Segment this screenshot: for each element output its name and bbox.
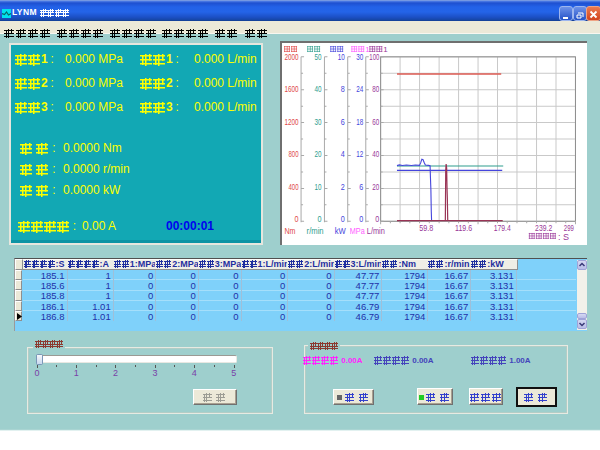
svg-text:400: 400 bbox=[289, 182, 299, 192]
svg-text:6: 6 bbox=[359, 182, 363, 192]
svg-text:8: 8 bbox=[341, 84, 345, 94]
svg-text:0: 0 bbox=[341, 214, 345, 224]
svg-text:0: 0 bbox=[318, 214, 322, 224]
svg-text:kW: kW bbox=[335, 226, 346, 236]
svg-text:12: 12 bbox=[356, 149, 363, 159]
svg-text:MPa: MPa bbox=[350, 226, 366, 236]
svg-text:800: 800 bbox=[289, 149, 299, 159]
svg-text:L/min: L/min bbox=[367, 226, 385, 236]
svg-text:20: 20 bbox=[315, 149, 322, 159]
svg-text:119.6: 119.6 bbox=[455, 223, 472, 233]
svg-text:r/min: r/min bbox=[307, 226, 324, 236]
svg-text:1: 1 bbox=[383, 45, 388, 54]
svg-text:30: 30 bbox=[356, 52, 363, 62]
svg-text:1600: 1600 bbox=[285, 84, 299, 94]
svg-text:40: 40 bbox=[315, 84, 322, 94]
svg-text:179.4: 179.4 bbox=[494, 223, 511, 233]
svg-text:100: 100 bbox=[369, 52, 379, 62]
svg-text:30: 30 bbox=[315, 117, 322, 127]
svg-text:40: 40 bbox=[372, 149, 379, 159]
svg-text:10: 10 bbox=[315, 182, 322, 192]
svg-text:4: 4 bbox=[341, 149, 345, 159]
svg-text:0: 0 bbox=[359, 214, 363, 224]
svg-text:239.2: 239.2 bbox=[535, 223, 552, 233]
svg-text:2000: 2000 bbox=[285, 52, 299, 62]
svg-text:20: 20 bbox=[372, 182, 379, 192]
svg-text:0: 0 bbox=[295, 214, 299, 224]
svg-text:24: 24 bbox=[356, 84, 363, 94]
svg-text:10: 10 bbox=[338, 52, 345, 62]
svg-text:1200: 1200 bbox=[285, 117, 299, 127]
svg-text:50: 50 bbox=[315, 52, 322, 62]
svg-text:0: 0 bbox=[375, 214, 379, 224]
svg-text:80: 80 bbox=[372, 84, 379, 94]
svg-text:60: 60 bbox=[372, 117, 379, 127]
svg-text:Nm: Nm bbox=[285, 226, 296, 236]
svg-text:18: 18 bbox=[356, 117, 363, 127]
svg-text:6: 6 bbox=[341, 117, 345, 127]
svg-text:2: 2 bbox=[341, 182, 345, 192]
svg-text:: S: : S bbox=[558, 232, 569, 242]
svg-text:59.8: 59.8 bbox=[419, 223, 433, 233]
